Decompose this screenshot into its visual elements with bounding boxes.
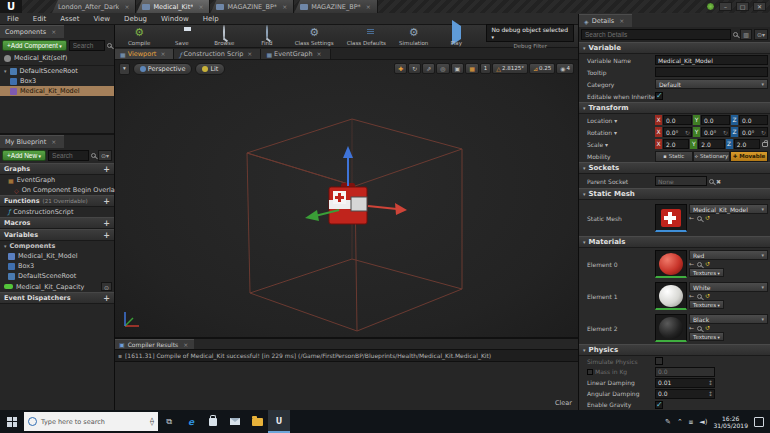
close-icon[interactable] (181, 341, 188, 348)
my-blueprint-search-input[interactable] (48, 150, 89, 161)
static-mesh-select[interactable]: Medical_Kit_Model (689, 204, 768, 214)
material-red-thumbnail[interactable] (655, 250, 687, 278)
asset-tab-london-after-dark[interactable]: London_After_Dark (52, 0, 136, 13)
simulate-physics-checkbox[interactable] (655, 357, 663, 365)
use-selected-asset-icon[interactable]: ← (689, 215, 694, 221)
close-icon[interactable] (617, 17, 624, 25)
menu-help[interactable]: Help (196, 15, 226, 23)
menu-asset[interactable]: Asset (53, 15, 86, 23)
property-matrix-icon[interactable]: ▥ (740, 29, 752, 40)
translate-tool-button[interactable]: ✚ (394, 63, 407, 74)
details-panel-tab[interactable]: ◈ Details (579, 14, 632, 27)
variable-name-input[interactable]: Medical_Kit_Model (655, 55, 768, 65)
microsoft-store-icon[interactable] (202, 410, 224, 433)
search-icon[interactable] (709, 179, 714, 184)
browse-to-asset-icon[interactable] (697, 326, 702, 331)
category-select[interactable]: Default (655, 79, 768, 89)
variable-row-model[interactable]: Medical_Kit_Model (0, 251, 114, 261)
sockets-section-header[interactable]: Sockets (579, 162, 770, 174)
feedback-icon[interactable] (706, 2, 715, 11)
close-icon[interactable] (122, 3, 129, 11)
materials-section-header[interactable]: Materials (579, 236, 770, 248)
material-black-thumbnail[interactable] (655, 314, 687, 342)
display-icon[interactable]: ⧈ (689, 418, 693, 426)
tooltip-input[interactable] (655, 67, 768, 77)
scale-y-input[interactable]: 2.0 (698, 139, 724, 149)
enable-gravity-checkbox[interactable] (655, 401, 663, 409)
scale-label[interactable]: Scale ▾ (587, 141, 655, 148)
expand-arrow-icon[interactable]: ▾ (4, 243, 7, 249)
class-defaults-button[interactable]: Class Defaults (341, 25, 391, 47)
lit-mode-button[interactable]: Lit (195, 63, 225, 75)
components-category-row[interactable]: ▾ Components (0, 241, 114, 251)
volume-icon[interactable]: ◄) (699, 418, 707, 426)
variable-row-capacity[interactable]: Medical_Kit_Capacity ⊙ (0, 281, 114, 292)
rotate-tool-button[interactable]: ↻ (408, 63, 421, 74)
play-button[interactable]: Play (436, 25, 477, 47)
textures-dropdown-button[interactable]: Textures (689, 300, 724, 309)
component-row-self[interactable]: Medical_Kit(self) (0, 53, 114, 63)
asset-tab-medical-kit[interactable]: Medical_Kit* (136, 0, 210, 13)
minimize-button[interactable]: – (719, 2, 732, 11)
functions-section-header[interactable]: Functions (21 Overridable) + (0, 195, 114, 207)
material-red-select[interactable]: Red (689, 250, 768, 260)
asset-tab-magazine-bp-1[interactable]: MAGAZINE_BP* (210, 0, 294, 13)
hidden-icons-chevron[interactable]: ⌃ (677, 418, 683, 426)
taskbar-clock[interactable]: 16:26 31/05/2019 (713, 415, 748, 429)
mobility-movable-button[interactable]: ✚ Movable (730, 151, 768, 162)
task-view-button[interactable]: ⧉ (158, 410, 180, 433)
graphs-section-header[interactable]: Graphs + (0, 163, 114, 175)
scale-x-input[interactable]: 2.0 (663, 139, 689, 149)
start-button[interactable] (0, 410, 24, 433)
component-row-defaultsceneroot[interactable]: ▾ DefaultSceneRoot (0, 66, 114, 76)
asset-tab-magazine-bp-2[interactable]: MAGAZINE_BP* (294, 0, 378, 13)
microphone-icon[interactable]: ⟠ (150, 417, 154, 426)
component-row-medical-kit-model[interactable]: Medical_Kit_Model (0, 86, 114, 96)
menu-view[interactable]: View (86, 15, 117, 23)
grid-snap-value[interactable]: 1 (480, 63, 492, 74)
my-blueprint-panel-tab[interactable]: My Blueprint (0, 135, 64, 148)
static-mesh-thumbnail[interactable] (655, 204, 687, 232)
compile-log-message[interactable]: [1611.31] Compile of Medical_Kit success… (115, 349, 578, 362)
add-variable-icon[interactable]: + (103, 232, 110, 239)
textures-dropdown-button[interactable]: Textures (689, 268, 724, 277)
location-y-input[interactable]: 0.0 (701, 115, 730, 125)
compile-button[interactable]: ⚙ Compile (119, 25, 160, 47)
grid-snap-button[interactable]: ▦ (465, 63, 479, 74)
reset-to-default-icon[interactable]: ↺ (705, 261, 710, 267)
mass-override-checkbox[interactable] (587, 369, 593, 375)
scale-tool-button[interactable]: ⇗ (422, 63, 435, 74)
rotation-y-input[interactable]: 0.0° (701, 127, 730, 137)
action-center-icon[interactable] (754, 417, 764, 427)
construction-script-row[interactable]: ƒ ConstructionScript (0, 207, 114, 217)
add-dispatcher-icon[interactable]: + (103, 295, 110, 302)
variable-row-box3[interactable]: Box3 (0, 261, 114, 271)
file-explorer-icon[interactable] (246, 410, 268, 433)
coordinate-system-button[interactable]: ◎ (436, 63, 449, 74)
reset-to-default-icon[interactable]: ↺ (705, 325, 710, 331)
menu-window[interactable]: Window (154, 15, 196, 23)
add-component-button[interactable]: +Add Component (2, 40, 67, 51)
class-settings-button[interactable]: ⚙ Class Settings (289, 25, 339, 47)
editable-checkbox[interactable] (655, 92, 663, 100)
display-filter-icon[interactable]: ⊙▾ (754, 29, 768, 40)
close-icon[interactable] (245, 50, 252, 58)
close-icon[interactable] (364, 3, 371, 11)
rotation-x-input[interactable]: 0.0° (663, 127, 692, 137)
tab-construction-script[interactable]: ƒ Construction Scrip (174, 49, 261, 59)
variable-visibility-icon[interactable]: ⊙ (101, 282, 112, 291)
use-selected-asset-icon[interactable]: ← (689, 325, 694, 331)
add-new-button[interactable]: +Add New (2, 150, 46, 161)
angular-damping-input[interactable]: 0.0 (655, 389, 715, 399)
close-icon[interactable] (49, 28, 56, 36)
reset-to-default-icon[interactable]: ↺ (705, 293, 710, 299)
camera-speed-button[interactable]: ◉4 (556, 63, 574, 74)
material-black-select[interactable]: Black (689, 314, 768, 324)
simulation-button[interactable]: ⚙ Simulation (393, 25, 434, 47)
tab-viewport[interactable]: ▦ Viewport (115, 49, 174, 59)
reset-to-default-icon[interactable]: ↺ (705, 215, 710, 221)
use-selected-asset-icon[interactable]: ← (689, 261, 694, 267)
static-mesh-section-header[interactable]: Static Mesh (579, 188, 770, 200)
viewport-options-icon[interactable]: ▾ (119, 63, 130, 75)
menu-debug[interactable]: Debug (117, 15, 154, 23)
